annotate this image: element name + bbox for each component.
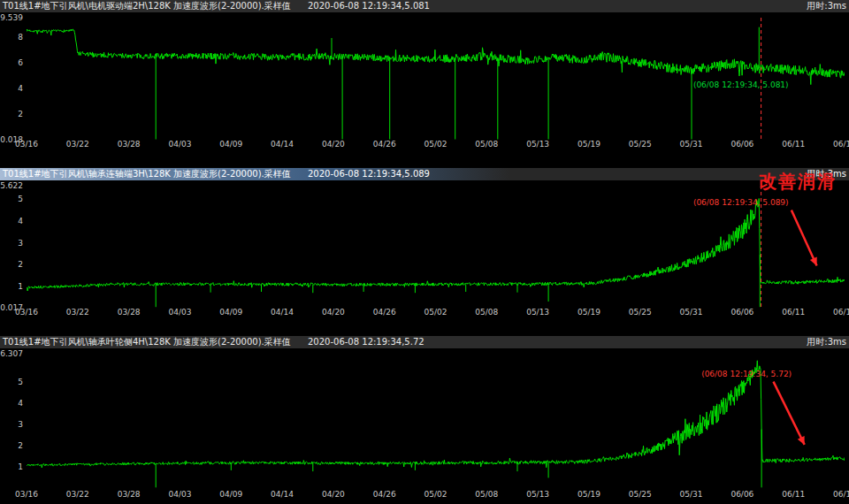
y-tick-label: 8: [18, 33, 23, 42]
x-tick-label: 04/03: [168, 140, 191, 149]
x-tick-label: 05/19: [577, 308, 600, 317]
panel-bearing-impeller-side-4h: T01线1#地下引风机\轴承叶轮侧4H\128K 加速度波形(2-20000).…: [0, 336, 849, 504]
y-tick-label: 3: [18, 420, 23, 429]
cursor-value-annotation: (06/08 12:19:34, 5.72): [701, 370, 792, 378]
y-tick-label: 2: [18, 441, 23, 450]
y-tick-label: 1: [18, 282, 23, 291]
x-tick-label: 04/20: [322, 490, 345, 499]
x-tick-label: 03/22: [66, 490, 89, 499]
x-tick-label: 05/02: [424, 308, 447, 317]
x-tick-label: 06/11: [782, 490, 805, 499]
x-tick-label: 06/06: [730, 308, 753, 317]
panel-motor-drive-end-2h: T01线1#地下引风机\电机驱动端2H\128K 加速度波形(2-20000).…: [0, 0, 849, 168]
x-axis: 03/1603/2203/2804/0304/0904/1404/2004/26…: [0, 490, 849, 500]
y-tick-label: 6.307: [0, 349, 23, 358]
sample-timestamp: 2020-06-08 12:19:34,5.72: [308, 337, 424, 347]
waveform-plot[interactable]: (06/08 12:19:34, 5.72): [27, 354, 845, 488]
x-tick-label: 05/31: [680, 140, 703, 149]
channel-title: T01线1#地下引风机\电机驱动端2H\128K 加速度波形(2-20000).…: [3, 1, 291, 11]
improve-lubrication-note: 改善润滑: [759, 170, 837, 194]
y-tick-label: 1: [18, 462, 23, 471]
x-tick-label: 06/06: [730, 140, 753, 149]
x-axis: 03/1603/2203/2804/0304/0904/1404/2004/26…: [0, 308, 849, 318]
x-tick-label: 05/13: [526, 308, 549, 317]
vibration-monitor-screen: T01线1#地下引风机\电机驱动端2H\128K 加速度波形(2-20000).…: [0, 0, 849, 504]
x-axis: 03/1603/2203/2804/0304/0904/1404/2004/26…: [0, 140, 849, 150]
cursor-value-annotation: (06/08 12:19:34, 5.089): [693, 198, 789, 207]
panel-bearing-coupling-end-3h: T01线1#地下引风机\轴承连轴端3H\128K 加速度波形(2-20000).…: [0, 168, 849, 336]
x-tick-label: 05/25: [629, 490, 652, 499]
x-tick-label: 04/20: [322, 140, 345, 149]
x-tick-label: 05/25: [629, 308, 652, 317]
waveform-trace: [27, 18, 845, 140]
y-tick-label: 3: [18, 239, 23, 248]
sample-timestamp: 2020-06-08 12:19:34,5.089: [308, 169, 430, 179]
x-tick-label: 05/02: [424, 140, 447, 149]
x-tick-label: 04/14: [271, 308, 294, 317]
x-tick-label: 04/20: [322, 308, 345, 317]
y-tick-label: 5: [18, 195, 23, 203]
elapsed-time: 用时:3ms: [807, 336, 846, 348]
x-tick-label: 04/26: [373, 308, 396, 317]
x-tick-label: 03/28: [118, 140, 141, 149]
waveform-plot[interactable]: (06/08 12:19:34, 5.081): [27, 18, 845, 140]
x-tick-label: 05/13: [526, 140, 549, 149]
x-tick-label: 05/13: [526, 490, 549, 499]
x-tick-label: 03/28: [118, 490, 141, 499]
y-tick-label: 4: [18, 84, 23, 93]
y-tick-label: 9.539: [0, 13, 23, 22]
x-tick-label: 03/16: [15, 490, 38, 499]
x-tick-label: 05/25: [629, 140, 652, 149]
panel-header-selected[interactable]: T01线1#地下引风机\轴承连轴端3H\128K 加速度波形(2-20000).…: [0, 168, 849, 180]
x-tick-label: 06/11: [782, 308, 805, 317]
y-tick-label: 5: [18, 378, 23, 386]
x-tick-label: 04/14: [271, 140, 294, 149]
x-tick-label: 03/16: [15, 308, 38, 317]
x-tick-label: 06/15: [833, 308, 849, 317]
x-tick-label: 05/02: [424, 490, 447, 499]
x-tick-label: 05/31: [680, 308, 703, 317]
y-tick-label: 2: [18, 260, 23, 269]
waveform-plot[interactable]: (06/08 12:19:34, 5.089): [27, 186, 845, 308]
x-tick-label: 05/19: [577, 490, 600, 499]
y-tick-label: 6: [18, 58, 23, 67]
cursor-value-annotation: (06/08 12:19:34, 5.081): [693, 80, 789, 89]
y-axis: 6.30754321: [0, 336, 25, 504]
x-tick-label: 04/14: [271, 490, 294, 499]
x-tick-label: 04/09: [219, 140, 242, 149]
x-tick-label: 06/11: [782, 140, 805, 149]
channel-title: T01线1#地下引风机\轴承叶轮侧4H\128K 加速度波形(2-20000).…: [3, 337, 291, 347]
x-tick-label: 03/22: [66, 308, 89, 317]
x-tick-label: 06/15: [833, 490, 849, 499]
panel-header[interactable]: T01线1#地下引风机\轴承叶轮侧4H\128K 加速度波形(2-20000).…: [0, 336, 849, 348]
x-tick-label: 03/22: [66, 140, 89, 149]
channel-title: T01线1#地下引风机\轴承连轴端3H\128K 加速度波形(2-20000).…: [3, 169, 291, 179]
x-tick-label: 05/08: [475, 140, 498, 149]
x-tick-label: 05/08: [475, 308, 498, 317]
sample-timestamp: 2020-06-08 12:19:34,5.081: [308, 1, 430, 11]
y-tick-label: 4: [18, 217, 23, 225]
x-tick-label: 04/26: [373, 490, 396, 499]
x-tick-label: 05/31: [680, 490, 703, 499]
elapsed-time: 用时:3ms: [807, 0, 846, 12]
x-tick-label: 05/08: [475, 490, 498, 499]
x-tick-label: 05/19: [577, 140, 600, 149]
x-tick-label: 06/15: [833, 140, 849, 149]
x-tick-label: 04/09: [219, 490, 242, 499]
x-tick-label: 04/09: [219, 308, 242, 317]
x-tick-label: 03/16: [15, 140, 38, 149]
y-tick-label: 2: [18, 110, 23, 118]
y-tick-label: 5.622: [0, 181, 23, 190]
x-tick-label: 04/03: [168, 308, 191, 317]
panel-header[interactable]: T01线1#地下引风机\电机驱动端2H\128K 加速度波形(2-20000).…: [0, 0, 849, 12]
x-tick-label: 04/03: [168, 490, 191, 499]
y-tick-label: 4: [18, 399, 23, 408]
x-tick-label: 03/28: [118, 308, 141, 317]
x-tick-label: 06/06: [730, 490, 753, 499]
x-tick-label: 04/26: [373, 140, 396, 149]
